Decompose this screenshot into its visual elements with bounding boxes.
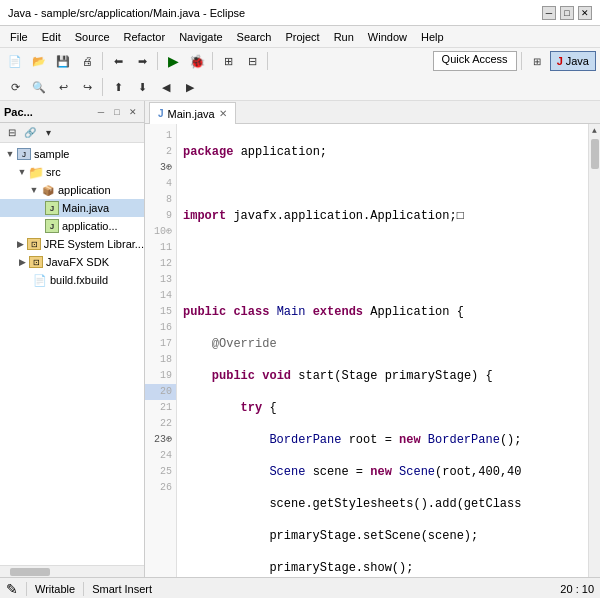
menu-edit[interactable]: Edit (36, 29, 67, 45)
editor-panel: 1 2 3⊕ 4 8 9 10⊕ 11 12 13 14 15 16 17 18… (145, 124, 600, 577)
status-writable: Writable (35, 583, 75, 595)
toolbar-btn-extra2[interactable]: ⊟ (241, 50, 263, 72)
view-menu-button[interactable]: ▾ (40, 125, 56, 141)
code-content[interactable]: package application; import javafx.appli… (177, 124, 588, 577)
toolbar-btn-r2-6[interactable]: ⬇ (131, 76, 153, 98)
line-num-1: 1 (145, 128, 176, 144)
expand-arrow-icon: ▶ (16, 257, 28, 267)
main-area: Pac... ─ □ ✕ ⊟ 🔗 ▾ ▼ J sample ▼ (0, 101, 600, 577)
list-item[interactable]: ▶ ⊡ JavaFX SDK (0, 253, 144, 271)
code-line-15: scene.getStylesheets().add(getClass (183, 496, 582, 512)
toolbar-area: 📄 📂 💾 🖨 ⬅ ➡ ▶ 🐞 ⊞ ⊟ Quick Access ⊞ J Jav… (0, 48, 600, 101)
menu-source[interactable]: Source (69, 29, 116, 45)
tree-label: src (46, 166, 61, 178)
line-num-4: 4 (145, 176, 176, 192)
code-line-16: primaryStage.setScene(scene); (183, 528, 582, 544)
code-line-11: public void start(Stage primaryStage) { (183, 368, 582, 384)
tb-sep1 (102, 52, 103, 70)
line-num-20: 20 (145, 384, 176, 400)
explorer-close-icon[interactable]: ✕ (126, 105, 140, 119)
print-button[interactable]: 🖨 (76, 50, 98, 72)
tree-area: ▼ J sample ▼ 📁 src ▼ 📦 application (0, 143, 144, 565)
toolbar-btn-r2-5[interactable]: ⬆ (107, 76, 129, 98)
menu-help[interactable]: Help (415, 29, 450, 45)
toolbar-btn-r2-1[interactable]: ⟳ (4, 76, 26, 98)
editor-tab-main[interactable]: J Main.java ✕ (149, 102, 236, 124)
line-num-14: 14 (145, 288, 176, 304)
explorer-minimize-icon[interactable]: ─ (94, 105, 108, 119)
menu-navigate[interactable]: Navigate (173, 29, 228, 45)
expand-arrow-icon: ▼ (4, 149, 16, 159)
java-file-icon: J (44, 218, 60, 234)
code-area: 1 2 3⊕ 4 8 9 10⊕ 11 12 13 14 15 16 17 18… (145, 124, 600, 577)
toolbar-btn-r2-7[interactable]: ◀ (155, 76, 177, 98)
menu-file[interactable]: File (4, 29, 34, 45)
line-num-13: 13 (145, 272, 176, 288)
open-button[interactable]: 📂 (28, 50, 50, 72)
toolbar-btn-r2-3[interactable]: ↩ (52, 76, 74, 98)
prev-edit-button[interactable]: ⬅ (107, 50, 129, 72)
tree-label: JavaFX SDK (46, 256, 109, 268)
list-item[interactable]: ▼ 📁 src (0, 163, 144, 181)
minimize-button[interactable]: ─ (542, 6, 556, 20)
hscroll-thumb[interactable] (10, 568, 50, 576)
tab-close-icon[interactable]: ✕ (219, 108, 227, 119)
line-numbers: 1 2 3⊕ 4 8 9 10⊕ 11 12 13 14 15 16 17 18… (145, 124, 177, 577)
code-line-14: Scene scene = new Scene(root,400,40 (183, 464, 582, 480)
menu-project[interactable]: Project (279, 29, 325, 45)
line-num-17: 17 (145, 336, 176, 352)
list-item[interactable]: ▶ ⊡ JRE System Librar... (0, 235, 144, 253)
toolbar-btn-r2-2[interactable]: 🔍 (28, 76, 50, 98)
quick-access-input[interactable]: Quick Access (433, 51, 517, 71)
scroll-up-button[interactable]: ▲ (592, 126, 597, 135)
expand-arrow-icon: ▶ (15, 239, 26, 249)
editor-area: J Main.java ✕ 1 2 3⊕ 4 8 9 10⊕ 11 12 13 (145, 101, 600, 577)
status-insert-mode: Smart Insert (92, 583, 152, 595)
run-button[interactable]: ▶ (162, 50, 184, 72)
open-perspective-button[interactable]: ⊞ (526, 50, 548, 72)
line-num-12: 12 (145, 256, 176, 272)
new-button[interactable]: 📄 (4, 50, 26, 72)
toolbar-btn-extra1[interactable]: ⊞ (217, 50, 239, 72)
line-num-16: 16 (145, 320, 176, 336)
maximize-button[interactable]: □ (560, 6, 574, 20)
next-edit-button[interactable]: ➡ (131, 50, 153, 72)
line-num-2: 2 (145, 144, 176, 160)
link-editor-button[interactable]: 🔗 (22, 125, 38, 141)
list-item[interactable]: J Main.java (0, 199, 144, 217)
menu-search[interactable]: Search (231, 29, 278, 45)
java-perspective-label: Java (566, 55, 589, 67)
line-num-9: 9 (145, 208, 176, 224)
toolbar-btn-r2-4[interactable]: ↪ (76, 76, 98, 98)
list-item[interactable]: ▼ 📦 application (0, 181, 144, 199)
explorer-title: Pac... (4, 106, 33, 118)
package-icon: 📦 (40, 182, 56, 198)
debug-button[interactable]: 🐞 (186, 50, 208, 72)
java-icon: J (557, 55, 563, 67)
line-num-11: 11 (145, 240, 176, 256)
explorer-maximize-icon[interactable]: □ (110, 105, 124, 119)
close-button[interactable]: ✕ (578, 6, 592, 20)
status-bar: ✎ Writable Smart Insert 20 : 10 (0, 577, 600, 598)
toolbar-row-2: ⟳ 🔍 ↩ ↪ ⬆ ⬇ ◀ ▶ (0, 74, 600, 100)
list-item[interactable]: 📄 build.fxbuild (0, 271, 144, 289)
package-explorer: Pac... ─ □ ✕ ⊟ 🔗 ▾ ▼ J sample ▼ (0, 101, 145, 577)
explorer-toolbar: ⊟ 🔗 ▾ (0, 123, 144, 143)
save-button[interactable]: 💾 (52, 50, 74, 72)
tb-sep5 (521, 52, 522, 70)
tree-label: sample (34, 148, 69, 160)
menu-run[interactable]: Run (328, 29, 360, 45)
explorer-hscroll[interactable] (0, 565, 144, 577)
list-item[interactable]: ▼ J sample (0, 145, 144, 163)
java-perspective-button[interactable]: J Java (550, 51, 596, 71)
line-num-15: 15 (145, 304, 176, 320)
scroll-thumb[interactable] (591, 139, 599, 169)
code-line-9: public class Main extends Application { (183, 304, 582, 320)
tree-label: build.fxbuild (50, 274, 108, 286)
menu-refactor[interactable]: Refactor (118, 29, 172, 45)
toolbar-btn-r2-8[interactable]: ▶ (179, 76, 201, 98)
list-item[interactable]: J applicatio... (0, 217, 144, 235)
vertical-scrollbar[interactable]: ▲ ▼ (588, 124, 600, 577)
menu-window[interactable]: Window (362, 29, 413, 45)
collapse-all-button[interactable]: ⊟ (4, 125, 20, 141)
